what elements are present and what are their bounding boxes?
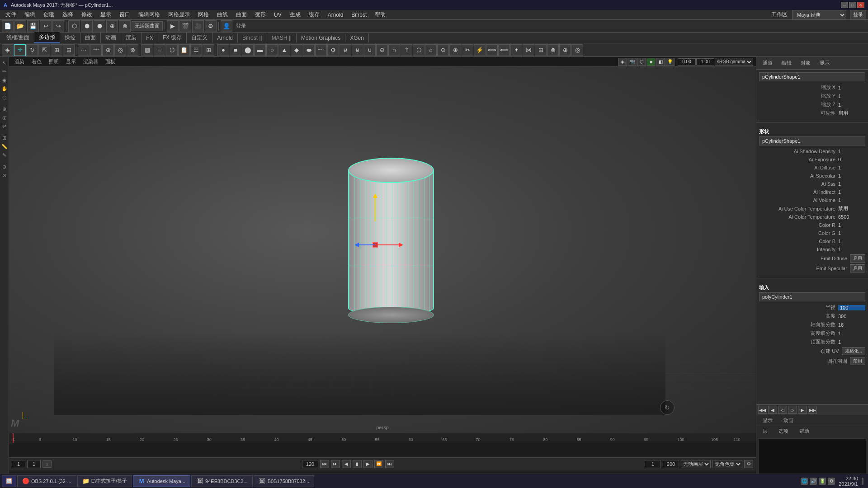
playback-go-start[interactable]: ⏮ — [320, 460, 329, 468]
tool-select[interactable]: ◈ — [2, 44, 14, 56]
rotation-widget[interactable]: ↻ — [660, 400, 675, 415]
side-select[interactable]: ↖ — [0, 59, 9, 67]
anim-start-input[interactable] — [645, 460, 661, 468]
snap-point[interactable]: ⊕ — [102, 44, 114, 56]
playback-prev-key[interactable]: ⏭ — [331, 460, 340, 468]
tb-rendersettings[interactable]: ⚙ — [205, 20, 217, 32]
separate[interactable]: ⊍ — [352, 44, 363, 56]
attr-editor[interactable]: 📋 — [178, 44, 190, 56]
tab-motion-graphics[interactable]: Motion Graphics — [297, 33, 345, 42]
snap-surface[interactable]: ◎ — [114, 44, 126, 56]
menu-meshdisplay[interactable]: 网格显示 — [165, 10, 193, 19]
start-button[interactable]: 🪟 — [2, 475, 16, 487]
menu-file[interactable]: 文件 — [2, 10, 20, 19]
rp-nav-prev[interactable]: ◀ — [768, 406, 777, 414]
menu-curve[interactable]: 曲线 — [213, 10, 231, 19]
tab-custom[interactable]: 自定义 — [187, 33, 212, 43]
ai-volume-value[interactable]: 1 — [838, 197, 865, 203]
menu-modify[interactable]: 修改 — [78, 10, 96, 19]
tool-rotate[interactable]: ↻ — [26, 44, 38, 56]
frame-start-input[interactable]: 1 — [12, 460, 25, 468]
current-frame-input[interactable]: 1 — [27, 460, 41, 468]
rp-nav-play-back[interactable]: ◁ — [778, 406, 787, 414]
tb-lasso[interactable]: ⬢ — [81, 20, 93, 32]
tb-redo[interactable]: ↪ — [52, 20, 64, 32]
playback-stop[interactable]: ▮ — [353, 460, 362, 468]
menu-bifrost[interactable]: Bifrost — [348, 11, 370, 19]
vp-icon-light[interactable]: 💡 — [665, 58, 675, 66]
tab-bifrost[interactable]: Bifrost || — [238, 33, 267, 42]
vp-icon-camera[interactable]: 📷 — [627, 58, 637, 66]
ai-indirect-value[interactable]: 1 — [838, 189, 865, 195]
viewport-canvas[interactable]: ↻ M persp — [9, 67, 756, 433]
cap-subdiv-value[interactable]: 1 — [838, 339, 865, 345]
minimize-button[interactable]: ─ — [841, 2, 848, 8]
side-grab[interactable]: ✋ — [0, 84, 9, 93]
rp-help-link[interactable]: 帮助 — [796, 427, 813, 436]
vp-menu-show[interactable]: 显示 — [63, 58, 79, 66]
tb-magnet[interactable]: ⊗ — [119, 20, 131, 32]
color-r-value[interactable]: 1 — [838, 222, 865, 228]
radius-value[interactable]: 100 — [838, 305, 865, 310]
tab-arnold[interactable]: Arnold — [212, 33, 238, 42]
tb-undo[interactable]: ↩ — [40, 20, 52, 32]
vp-menu-renderer[interactable]: 渲染器 — [80, 58, 101, 66]
side-smooth[interactable]: ◌ — [0, 93, 9, 101]
timeline-settings[interactable]: ⚙ — [744, 460, 753, 468]
vp-menu-shading[interactable]: 渲染 — [12, 58, 27, 66]
vp-menu-lighting[interactable]: 照明 — [46, 58, 61, 66]
vp-icon-solid[interactable]: ■ — [646, 58, 656, 66]
menu-arnold[interactable]: Arnold — [324, 11, 347, 19]
character-set-select[interactable]: 无角色集 — [712, 460, 742, 468]
menu-uv[interactable]: UV — [270, 11, 285, 19]
tray-battery[interactable]: 🔋 — [819, 478, 826, 485]
tb-snap[interactable]: ⊕ — [106, 20, 118, 32]
extrude[interactable]: ⇑ — [401, 44, 412, 56]
tool-show-manip[interactable]: ⊟ — [63, 44, 75, 56]
cut-faces[interactable]: ✂ — [462, 44, 473, 56]
rp-tab-object[interactable]: 对象 — [797, 59, 814, 67]
side-anim1[interactable]: ⊙ — [0, 163, 9, 171]
taskbar-img1[interactable]: 🖼 94EE8BDCD3C2... — [191, 475, 253, 487]
tray-settings[interactable]: ⚙ — [828, 478, 835, 485]
tab-animation[interactable]: 动画 — [101, 33, 121, 43]
menu-select[interactable]: 选择 — [59, 10, 77, 19]
menu-help[interactable]: 帮助 — [371, 10, 389, 19]
menu-edit[interactable]: 编辑 — [21, 10, 39, 19]
bevel[interactable]: ⬡ — [413, 44, 425, 56]
show-desktop[interactable] — [862, 478, 863, 485]
tab-polygon[interactable]: 多边形 — [34, 32, 60, 43]
tb-render[interactable]: 🎬 — [179, 20, 191, 32]
boolean-diff[interactable]: ⊖ — [376, 44, 388, 56]
emit-specular-value[interactable]: 启用 — [850, 264, 865, 272]
boolean-union[interactable]: ∪ — [364, 44, 376, 56]
bridge[interactable]: ⌂ — [425, 44, 437, 56]
rp-tab-anim-bot[interactable]: 动画 — [780, 416, 797, 425]
playback-go-end[interactable]: ⏭ — [385, 460, 394, 468]
snap-grid[interactable]: ⋯ — [78, 44, 90, 56]
circularize[interactable]: ◎ — [571, 44, 583, 56]
playback-backward[interactable]: ◀ — [342, 460, 351, 468]
height-subdiv-value[interactable]: 1 — [838, 331, 865, 336]
rp-nav-start[interactable]: ◀◀ — [758, 406, 767, 414]
taskbar-img2[interactable]: 🖼 B0B1758B87032... — [254, 475, 314, 487]
ai-sss-value[interactable]: 1 — [838, 181, 865, 187]
connect-components[interactable]: ⋈ — [523, 44, 534, 56]
menu-display[interactable]: 显示 — [97, 10, 115, 19]
color-g-value[interactable]: 1 — [838, 230, 865, 236]
emit-diffuse-value[interactable]: 启用 — [850, 254, 865, 263]
polygon-helix[interactable]: 〰 — [315, 44, 327, 56]
interactive-split[interactable]: ⚡ — [474, 44, 486, 56]
height-value[interactable]: 300 — [838, 314, 865, 319]
polygon-subdiv[interactable]: ◆ — [291, 44, 302, 56]
side-paint[interactable]: ✏ — [0, 67, 9, 75]
multi-cut[interactable]: ✦ — [510, 44, 522, 56]
workspace-select[interactable]: Maya 经典 — [792, 10, 846, 20]
ai-exposure-value[interactable]: 0 — [838, 157, 865, 162]
ai-use-color-temp-value[interactable]: 禁用 — [838, 205, 865, 212]
tray-volume[interactable]: 🔊 — [810, 478, 817, 485]
ai-specular-value[interactable]: 1 — [838, 173, 865, 178]
vp-colorspace-select[interactable]: sRGB gamma — [715, 58, 753, 66]
vp-input-offset[interactable] — [678, 58, 696, 66]
scale-x-value[interactable]: 1 — [838, 85, 865, 90]
